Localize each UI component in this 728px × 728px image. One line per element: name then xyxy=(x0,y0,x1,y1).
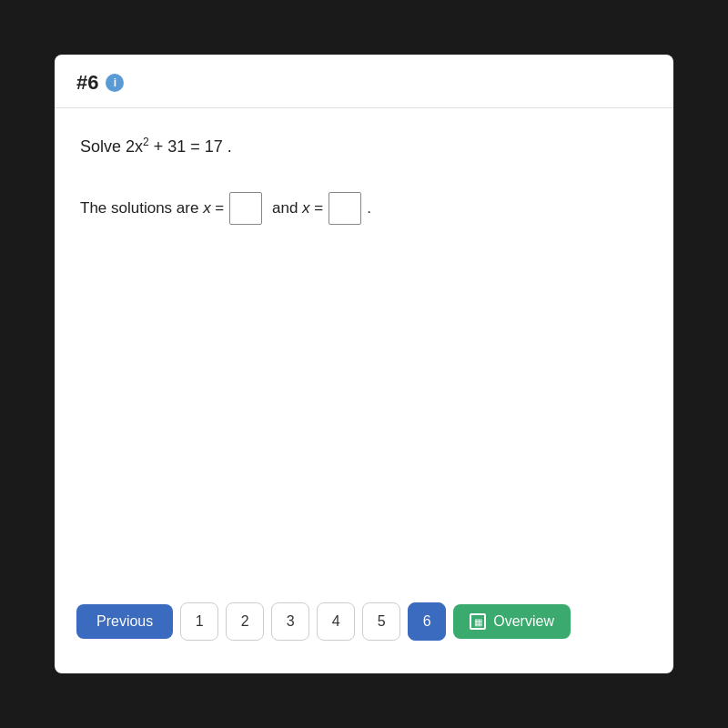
problem-text: Solve 2x2 + 31 = 17 . xyxy=(80,134,648,159)
page-button-3[interactable]: 3 xyxy=(271,602,309,641)
main-card: #6 i Solve 2x2 + 31 = 17 . The solutions… xyxy=(55,55,673,673)
problem-number: #6 xyxy=(76,71,98,95)
solutions-middle: and x = xyxy=(268,199,323,217)
solutions-prefix: The solutions are x = xyxy=(80,199,224,217)
previous-button[interactable]: Previous xyxy=(76,604,173,639)
overview-label: Overview xyxy=(493,613,554,630)
answer-input-1[interactable] xyxy=(229,192,262,225)
bottom-nav: Previous 1 2 3 4 5 6 ▦ Overview xyxy=(76,602,571,641)
info-icon[interactable]: i xyxy=(106,74,124,92)
answer-input-2[interactable] xyxy=(329,192,361,225)
page-button-6[interactable]: 6 xyxy=(408,602,446,641)
overview-icon: ▦ xyxy=(470,613,486,630)
card-header: #6 i xyxy=(55,55,673,108)
page-button-4[interactable]: 4 xyxy=(317,602,355,641)
overview-button[interactable]: ▦ Overview xyxy=(453,604,571,639)
solutions-suffix: . xyxy=(367,199,371,217)
page-button-2[interactable]: 2 xyxy=(226,602,264,641)
card-body: Solve 2x2 + 31 = 17 . The solutions are … xyxy=(55,108,673,243)
page-button-1[interactable]: 1 xyxy=(180,602,218,641)
solutions-line: The solutions are x = and x = . xyxy=(80,192,648,225)
page-button-5[interactable]: 5 xyxy=(362,602,400,641)
